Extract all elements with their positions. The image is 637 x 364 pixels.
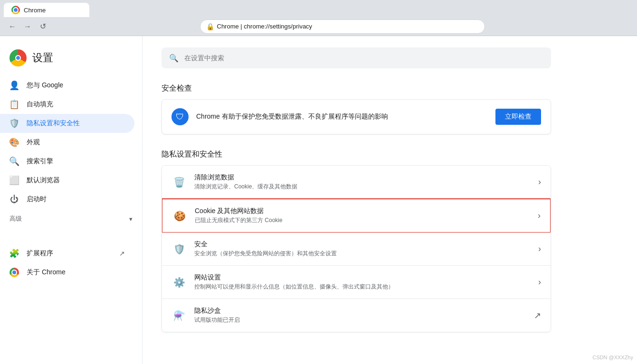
sidebar-item-about[interactable]: 关于 Chrome [0, 263, 134, 282]
sidebar-item-search[interactable]: 🔍 搜索引擎 [0, 152, 134, 171]
item-subtitle-site-settings: 控制网站可以使用和显示什么信息（如位置信息、摄像头、弹出式窗口及其他） [194, 283, 531, 291]
privacy-settings-list: 🗑️ 清除浏览数据 清除浏览记录、Cookie、缓存及其他数据 › 🍪 Cook… [162, 165, 551, 332]
item-title-cookies: Cookie 及其他网站数据 [195, 207, 530, 215]
browser-frame: Chrome ← → ↺ 🔒 Chrome | chrome://setting… [0, 0, 637, 364]
back-button[interactable]: ← [6, 20, 19, 33]
chevron-down-icon: ▾ [129, 215, 133, 223]
nav-buttons: ← → ↺ [6, 20, 49, 33]
settings-title: 设置 [32, 51, 53, 65]
sidebar-item-label-search: 搜索引擎 [27, 157, 53, 166]
item-subtitle-security: 安全浏览（保护您免受危险网站的侵害）和其他安全设置 [194, 250, 531, 258]
sidebar-item-label-extensions: 扩展程序 [27, 249, 53, 258]
safety-shield-icon: 🛡 [171, 108, 189, 125]
main-content: 🔍 安全检查 🛡 Chrome 有助于保护您免受数据泄露、不良扩展程序等问题的影… [143, 36, 637, 364]
privacy-section-title: 隐私设置和安全性 [162, 149, 618, 159]
note-icon: 📋 [10, 100, 19, 109]
sidebar-item-label-autofill: 自动填充 [27, 100, 53, 109]
sidebar-item-autofill[interactable]: 📋 自动填充 [0, 95, 134, 114]
sidebar-item-label-privacy: 隐私设置和安全性 [27, 119, 80, 128]
shield-icon: 🛡️ [10, 119, 19, 128]
search-bar-container: 🔍 [162, 47, 551, 68]
settings-header: 设置 [0, 44, 142, 76]
active-tab[interactable]: Chrome [4, 3, 89, 17]
safety-section-title: 安全检查 [162, 84, 618, 93]
item-text-site-settings: 网站设置 控制网站可以使用和显示什么信息（如位置信息、摄像头、弹出式窗口及其他） [194, 273, 531, 291]
settings-item-site-settings[interactable]: ⚙️ 网站设置 控制网站可以使用和显示什么信息（如位置信息、摄像头、弹出式窗口及… [162, 266, 551, 299]
external-link-icon-sandbox: ↗ [534, 310, 541, 321]
palette-icon: 🎨 [10, 138, 19, 147]
sliders-icon: ⚙️ [171, 275, 187, 290]
chevron-right-icon-cookies: › [538, 211, 541, 221]
item-title-security: 安全 [194, 240, 531, 249]
browser-icon: ⬜ [10, 176, 19, 185]
chevron-right-icon-security: › [538, 244, 541, 254]
sidebar: 设置 👤 您与 Google 📋 自动填充 🛡️ 隐私设置和安全性 🎨 外观 🔍 [0, 36, 143, 364]
chrome-logo [10, 49, 27, 66]
address-bar[interactable]: 🔒 Chrome | chrome://settings/privacy [200, 19, 485, 34]
sidebar-item-browser[interactable]: ⬜ 默认浏览器 [0, 171, 134, 190]
sidebar-item-label-startup: 启动时 [27, 195, 47, 204]
item-text-cookies: Cookie 及其他网站数据 已阻止无痕模式下的第三方 Cookie [195, 207, 530, 224]
tab-label: Chrome [24, 7, 46, 14]
trash-icon: 🗑️ [171, 175, 187, 190]
flask-icon: ⚗️ [171, 308, 187, 323]
settings-item-security[interactable]: 🛡️ 安全 安全浏览（保护您免受危险网站的侵害）和其他安全设置 › [162, 233, 551, 266]
sidebar-item-label-google: 您与 Google [27, 81, 63, 90]
settings-item-clear-data[interactable]: 🗑️ 清除浏览数据 清除浏览记录、Cookie、缓存及其他数据 › [162, 166, 551, 199]
search-icon-main: 🔍 [169, 54, 179, 63]
tab-bar: Chrome [0, 0, 637, 17]
item-subtitle-clear-data: 清除浏览记录、Cookie、缓存及其他数据 [194, 183, 531, 191]
sidebar-item-label-browser: 默认浏览器 [27, 176, 60, 185]
forward-button[interactable]: → [21, 20, 34, 33]
safety-card: 🛡 Chrome 有助于保护您免受数据泄露、不良扩展程序等问题的影响 立即检查 [162, 99, 551, 134]
safety-description: Chrome 有助于保护您免受数据泄露、不良扩展程序等问题的影响 [196, 112, 488, 121]
settings-item-cookies[interactable]: 🍪 Cookie 及其他网站数据 已阻止无痕模式下的第三方 Cookie › [162, 198, 551, 233]
external-link-icon: ↗ [119, 250, 125, 257]
person-icon: 👤 [10, 81, 19, 90]
sidebar-item-extensions[interactable]: 🧩 扩展程序 ↗ [0, 244, 134, 263]
sidebar-item-privacy[interactable]: 🛡️ 隐私设置和安全性 [0, 114, 134, 133]
item-title-privacy-sandbox: 隐私沙盒 [194, 307, 526, 315]
item-text-security: 安全 安全浏览（保护您免受危险网站的侵害）和其他安全设置 [194, 240, 531, 258]
item-title-site-settings: 网站设置 [194, 273, 531, 282]
item-text-privacy-sandbox: 隐私沙盒 试用版功能已开启 [194, 307, 526, 324]
advanced-label: 高级 [10, 215, 22, 223]
search-input[interactable] [184, 54, 543, 62]
cookie-icon: 🍪 [172, 208, 187, 224]
search-icon: 🔍 [10, 157, 19, 166]
browser-toolbar: ← → ↺ 🔒 Chrome | chrome://settings/priva… [0, 17, 637, 36]
sidebar-item-startup[interactable]: ⏻ 启动时 [0, 190, 134, 209]
advanced-section[interactable]: 高级 ▾ [0, 209, 142, 225]
shield-outline-icon: 🛡️ [171, 242, 187, 257]
sidebar-item-google[interactable]: 👤 您与 Google [0, 76, 134, 95]
sidebar-item-label-appearance: 外观 [27, 138, 40, 147]
chrome-about-icon [10, 268, 19, 277]
puzzle-icon: 🧩 [10, 249, 19, 258]
tab-favicon [11, 6, 20, 14]
sidebar-item-label-about: 关于 Chrome [27, 268, 66, 277]
settings-page: 设置 👤 您与 Google 📋 自动填充 🛡️ 隐私设置和安全性 🎨 外观 🔍 [0, 36, 637, 364]
safety-check-button[interactable]: 立即检查 [495, 109, 541, 125]
item-subtitle-privacy-sandbox: 试用版功能已开启 [194, 316, 526, 324]
item-text-clear-data: 清除浏览数据 清除浏览记录、Cookie、缓存及其他数据 [194, 173, 531, 191]
lock-icon: 🔒 [206, 23, 214, 30]
item-subtitle-cookies: 已阻止无痕模式下的第三方 Cookie [195, 216, 530, 224]
watermark: CSDN @XXXZhy [592, 355, 633, 360]
power-icon: ⏻ [10, 195, 19, 204]
reload-button[interactable]: ↺ [36, 20, 49, 33]
chevron-right-icon-site-settings: › [538, 277, 541, 287]
address-text: Chrome | chrome://settings/privacy [217, 23, 313, 30]
item-title-clear-data: 清除浏览数据 [194, 173, 531, 182]
chevron-right-icon: › [538, 177, 541, 187]
sidebar-item-appearance[interactable]: 🎨 外观 [0, 133, 134, 152]
settings-item-privacy-sandbox[interactable]: ⚗️ 隐私沙盒 试用版功能已开启 ↗ [162, 299, 551, 332]
